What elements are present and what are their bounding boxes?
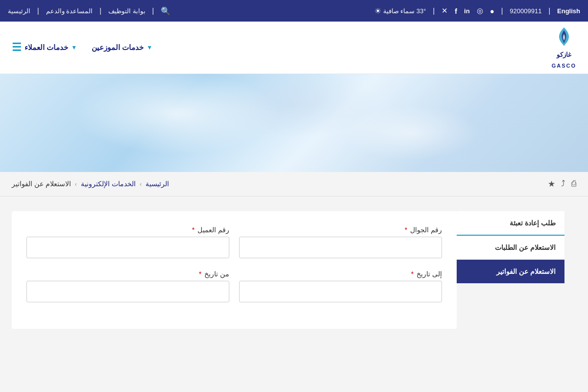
- form-group-to-date: إلى تاريخ *: [239, 270, 442, 302]
- nav-customer-services[interactable]: ▼ خدمات العملاء ☰: [12, 41, 77, 54]
- nav-help[interactable]: المساعدة والدعم: [46, 7, 93, 15]
- sun-icon: ☀: [374, 6, 381, 16]
- breadcrumb-sep-1: ›: [140, 180, 142, 188]
- logo-text-ar: غازكو: [557, 51, 571, 59]
- linkedin-icon[interactable]: in: [464, 7, 470, 15]
- favorite-icon[interactable]: ★: [548, 179, 555, 189]
- main-nav: ▼ خدمات الموزعين ▼ خدمات العملاء ☰: [12, 41, 152, 54]
- form-area: رقم الجوال * رقم العميل * إلى تاريخ *: [12, 211, 457, 329]
- action-icons: ⎙ ⤴ ★: [548, 179, 576, 189]
- nav-customer-label: خدمات العملاء: [24, 43, 68, 52]
- form-group-customer: رقم العميل *: [26, 226, 229, 258]
- weather-text: 33° سماء صافية: [383, 7, 426, 15]
- sidebar: طلب إعادة تعبئة الاستعلام عن الطلبات الا…: [457, 211, 564, 329]
- form-row-2: إلى تاريخ * من تاريخ *: [26, 270, 442, 302]
- lang-switch[interactable]: English: [557, 7, 580, 15]
- hamburger-icon[interactable]: ☰: [12, 41, 22, 54]
- weather-info: 33° سماء صافية ☀: [374, 6, 426, 16]
- logo-text-en: GASCO: [552, 63, 576, 69]
- facebook-icon[interactable]: f: [455, 7, 457, 15]
- divider-2: |: [501, 7, 503, 15]
- mobile-number-label: رقم الجوال *: [239, 226, 442, 234]
- divider-r1: |: [152, 7, 154, 15]
- breadcrumb-current: الاستعلام عن الفواتير: [12, 180, 71, 188]
- share-icon[interactable]: ⤴: [561, 179, 565, 189]
- top-bar-left: English | 920009911 | ● ◎ in f ✕ | 33° س…: [374, 6, 580, 16]
- to-date-input[interactable]: [239, 281, 442, 302]
- breadcrumb-home[interactable]: الرئيسية: [146, 180, 169, 188]
- divider-1: |: [548, 7, 550, 15]
- divider-3: |: [433, 7, 435, 15]
- form-group-from-date: من تاريخ *: [26, 270, 229, 302]
- chevron-customer-icon: ▼: [71, 44, 77, 51]
- customer-required-marker: *: [192, 226, 195, 234]
- nav-home-top[interactable]: الرئيسية: [8, 7, 30, 15]
- sidebar-item-invoices-label: الاستعلام عن الفواتير: [496, 268, 556, 275]
- breadcrumb-sep-2: ›: [75, 180, 77, 188]
- nav-employment[interactable]: بوابة التوظيف: [108, 7, 146, 15]
- breadcrumb-eservices[interactable]: الخدمات الإلكترونية: [81, 180, 136, 188]
- breadcrumb: الرئيسية › الخدمات الإلكترونية › الاستعل…: [12, 180, 169, 188]
- twitter-icon[interactable]: ✕: [441, 6, 448, 15]
- sidebar-item-refill-label: طلب إعادة تعبئة: [510, 219, 556, 227]
- phone-number: 920009911: [510, 7, 541, 15]
- print-icon[interactable]: ⎙: [571, 179, 576, 189]
- mobile-number-input[interactable]: [239, 237, 442, 258]
- mobile-required-marker: *: [405, 226, 407, 234]
- sidebar-item-refill[interactable]: طلب إعادة تعبئة: [457, 211, 564, 236]
- from-date-input[interactable]: [26, 281, 229, 302]
- chevron-distributor-icon: ▼: [147, 44, 152, 51]
- top-bar: English | 920009911 | ● ◎ in f ✕ | 33° س…: [0, 0, 588, 22]
- instagram-icon[interactable]: ◎: [477, 6, 483, 15]
- divider-r2: |: [99, 7, 101, 15]
- from-date-required-marker: *: [199, 270, 201, 278]
- logo-area[interactable]: غازكو GASCO: [552, 26, 576, 69]
- form-row-1: رقم الجوال * رقم العميل *: [26, 226, 442, 258]
- nav-distributor-services[interactable]: ▼ خدمات الموزعين: [92, 43, 152, 52]
- nav-distributor-label: خدمات الموزعين: [92, 43, 144, 52]
- logo-flame-icon: [555, 26, 573, 47]
- breadcrumb-bar: ⎙ ⤴ ★ الرئيسية › الخدمات الإلكترونية › ا…: [0, 172, 588, 196]
- from-date-label: من تاريخ *: [26, 270, 229, 278]
- hero-banner: [0, 74, 588, 172]
- customer-number-label: رقم العميل *: [26, 226, 229, 234]
- customer-number-input[interactable]: [26, 237, 229, 258]
- main-content: طلب إعادة تعبئة الاستعلام عن الطلبات الا…: [0, 196, 588, 343]
- divider-r3: |: [37, 7, 39, 15]
- sidebar-item-orders[interactable]: الاستعلام عن الطلبات: [457, 236, 564, 260]
- main-header: غازكو GASCO ▼ خدمات الموزعين ▼ خدمات الع…: [0, 22, 588, 74]
- top-bar-right: 🔍 | بوابة التوظيف | المساعدة والدعم | ال…: [8, 6, 171, 16]
- search-button[interactable]: 🔍: [161, 6, 171, 16]
- sidebar-item-orders-label: الاستعلام عن الطلبات: [495, 244, 556, 251]
- whatsapp-icon[interactable]: ●: [490, 7, 494, 15]
- form-group-mobile: رقم الجوال *: [239, 226, 442, 258]
- to-date-required-marker: *: [411, 270, 414, 278]
- to-date-label: إلى تاريخ *: [239, 270, 442, 278]
- sidebar-item-invoices[interactable]: الاستعلام عن الفواتير: [457, 260, 564, 284]
